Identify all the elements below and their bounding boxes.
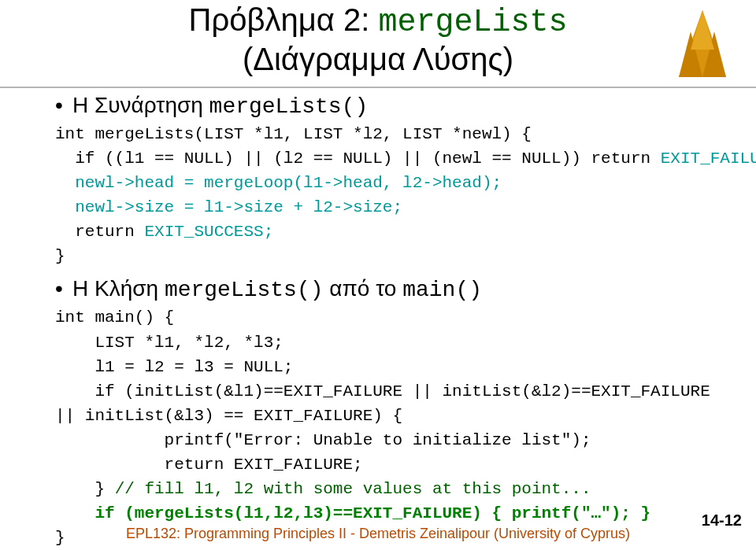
- c2l8a: }: [55, 480, 115, 498]
- c2l5: || initList(&l3) == EXIT_FAILURE) {: [55, 407, 402, 425]
- c2l3: l1 = l2 = l3 = NULL;: [55, 358, 293, 376]
- bullet2-pre: Η Κλήση: [72, 276, 165, 301]
- code-block-main: int main() { LIST *l1, *l2, *l3; l1 = l2…: [55, 305, 724, 550]
- code-block-mergelists: int mergeLists(LIST *l1, LIST *l2, LIST …: [55, 122, 724, 268]
- c2l1: int main() {: [55, 308, 174, 327]
- bullet1-pre: H Συνάρτηση: [72, 93, 209, 117]
- bullet1-mono: mergeLists(): [209, 94, 369, 119]
- title-prefix: Πρόβλημα 2:: [189, 2, 379, 37]
- slide-title: Πρόβλημα 2: mergeLists (Διάγραμμα Λύσης): [0, 0, 756, 77]
- slide-content: H Συνάρτηση mergeLists() int mergeLists(…: [55, 93, 724, 550]
- c1l3: newl->head = mergeLoop(l1->head, l2->hea…: [55, 174, 502, 192]
- c2l6: printf("Error: Unable to initialize list…: [55, 431, 591, 449]
- page-number: 14-12: [702, 511, 742, 530]
- c1l5a: return: [55, 223, 144, 241]
- title-mono: mergeLists: [378, 5, 567, 40]
- title-sub: (Διάγραμμα Λύσης): [243, 42, 513, 76]
- divider: [0, 87, 756, 88]
- c1l4: newl->size = l1->size + l2->size;: [55, 198, 402, 216]
- bullet-function: H Συνάρτηση mergeLists(): [55, 93, 724, 119]
- c1l5b: EXIT_SUCCESS;: [144, 223, 273, 241]
- c1l1: int mergeLists(LIST *l1, LIST *l2, LIST …: [55, 125, 532, 143]
- bullet2-mono1: mergeLists(): [165, 278, 324, 302]
- c2l2: LIST *l1, *l2, *l3;: [55, 334, 284, 352]
- c1l2a: if ((l1 == NULL) || (l2 == NULL) || (new…: [55, 149, 661, 168]
- c1l6: }: [55, 247, 65, 265]
- bullet-call: Η Κλήση mergeLists() από το main(): [55, 276, 724, 302]
- bullet2-mid: από το: [324, 276, 403, 301]
- bullet2-mono2: main(): [402, 278, 482, 302]
- c1l2b: EXIT_FAILURE;: [661, 149, 756, 168]
- c2l8b: // fill l1, l2 with some values at this …: [115, 480, 591, 498]
- c2l4: if (initList(&l1)==EXIT_FAILURE || initL…: [55, 382, 710, 401]
- c2l9: if (mergeLists(l1,l2,l3)==EXIT_FAILURE) …: [55, 504, 650, 522]
- slide-footer: EPL132: Programming Principles II - Deme…: [0, 526, 756, 542]
- c2l7: return EXIT_FAILURE;: [55, 456, 363, 474]
- university-logo-icon: [663, 6, 742, 85]
